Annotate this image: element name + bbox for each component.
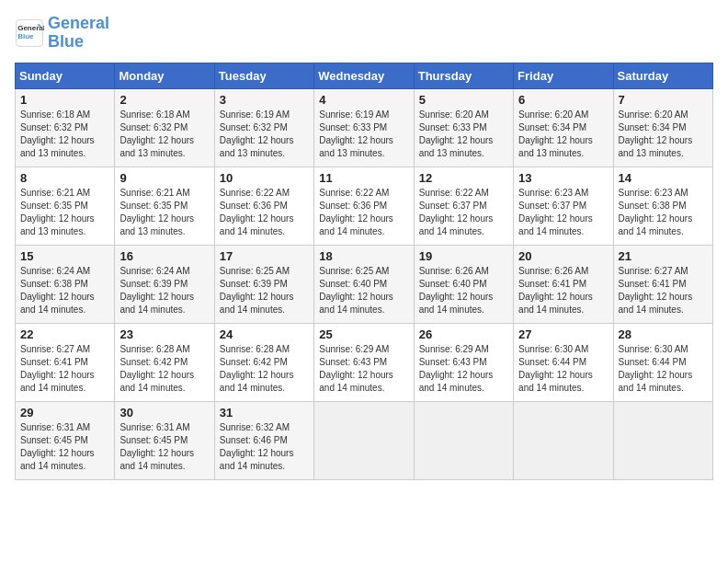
day-number: 17 (220, 249, 309, 263)
day-number: 21 (619, 249, 708, 263)
calendar-cell: 9 Sunrise: 6:21 AM Sunset: 6:35 PM Dayli… (115, 167, 214, 245)
day-info: Sunrise: 6:22 AM Sunset: 6:37 PM Dayligh… (419, 187, 508, 238)
calendar-cell: 24 Sunrise: 6:28 AM Sunset: 6:42 PM Dayl… (214, 323, 313, 401)
day-number: 22 (20, 327, 109, 341)
calendar-cell: 12 Sunrise: 6:22 AM Sunset: 6:37 PM Dayl… (414, 167, 513, 245)
day-info: Sunrise: 6:22 AM Sunset: 6:36 PM Dayligh… (220, 187, 309, 238)
day-number: 6 (518, 93, 608, 107)
day-info: Sunrise: 6:30 AM Sunset: 6:44 PM Dayligh… (518, 343, 608, 395)
calendar-cell: 31 Sunrise: 6:32 AM Sunset: 6:46 PM Dayl… (214, 401, 313, 479)
day-number: 12 (419, 171, 508, 185)
calendar-cell: 4 Sunrise: 6:19 AM Sunset: 6:33 PM Dayli… (314, 88, 414, 167)
day-info: Sunrise: 6:24 AM Sunset: 6:38 PM Dayligh… (20, 265, 109, 316)
header-thursday: Thursday (414, 63, 513, 88)
day-number: 13 (518, 171, 608, 185)
day-number: 23 (119, 327, 209, 341)
calendar-cell: 16 Sunrise: 6:24 AM Sunset: 6:39 PM Dayl… (115, 245, 214, 323)
calendar-cell: 27 Sunrise: 6:30 AM Sunset: 6:44 PM Dayl… (514, 323, 613, 401)
header-sunday: Sunday (16, 63, 115, 88)
day-number: 27 (518, 327, 608, 341)
day-info: Sunrise: 6:30 AM Sunset: 6:44 PM Dayligh… (619, 343, 708, 395)
day-number: 2 (119, 93, 209, 107)
day-info: Sunrise: 6:20 AM Sunset: 6:34 PM Dayligh… (518, 109, 608, 160)
day-info: Sunrise: 6:21 AM Sunset: 6:35 PM Dayligh… (119, 187, 209, 238)
day-info: Sunrise: 6:22 AM Sunset: 6:36 PM Dayligh… (319, 187, 408, 238)
calendar-cell (514, 401, 613, 479)
calendar-cell: 22 Sunrise: 6:27 AM Sunset: 6:41 PM Dayl… (16, 323, 115, 401)
day-info: Sunrise: 6:18 AM Sunset: 6:32 PM Dayligh… (20, 109, 109, 160)
calendar-cell: 17 Sunrise: 6:25 AM Sunset: 6:39 PM Dayl… (214, 245, 313, 323)
calendar-cell: 25 Sunrise: 6:29 AM Sunset: 6:43 PM Dayl… (314, 323, 414, 401)
day-number: 1 (20, 93, 109, 107)
calendar-cell: 7 Sunrise: 6:20 AM Sunset: 6:34 PM Dayli… (613, 88, 712, 167)
calendar-row: 29 Sunrise: 6:31 AM Sunset: 6:45 PM Dayl… (16, 401, 713, 479)
day-info: Sunrise: 6:20 AM Sunset: 6:33 PM Dayligh… (419, 109, 508, 160)
calendar-cell: 2 Sunrise: 6:18 AM Sunset: 6:32 PM Dayli… (115, 88, 214, 167)
calendar-row: 15 Sunrise: 6:24 AM Sunset: 6:38 PM Dayl… (16, 245, 713, 323)
day-info: Sunrise: 6:19 AM Sunset: 6:33 PM Dayligh… (319, 109, 408, 160)
day-info: Sunrise: 6:27 AM Sunset: 6:41 PM Dayligh… (619, 265, 708, 316)
day-info: Sunrise: 6:32 AM Sunset: 6:46 PM Dayligh… (220, 421, 309, 473)
header-saturday: Saturday (613, 63, 712, 88)
calendar-cell: 23 Sunrise: 6:28 AM Sunset: 6:42 PM Dayl… (115, 323, 214, 401)
calendar-cell: 10 Sunrise: 6:22 AM Sunset: 6:36 PM Dayl… (214, 167, 313, 245)
calendar-cell: 15 Sunrise: 6:24 AM Sunset: 6:38 PM Dayl… (16, 245, 115, 323)
calendar-cell: 8 Sunrise: 6:21 AM Sunset: 6:35 PM Dayli… (16, 167, 115, 245)
logo-icon: General Blue (15, 18, 44, 48)
day-info: Sunrise: 6:24 AM Sunset: 6:39 PM Dayligh… (119, 265, 209, 316)
day-info: Sunrise: 6:20 AM Sunset: 6:34 PM Dayligh… (619, 109, 708, 160)
calendar-row: 1 Sunrise: 6:18 AM Sunset: 6:32 PM Dayli… (16, 88, 713, 167)
day-number: 8 (20, 171, 109, 185)
day-number: 4 (319, 93, 408, 107)
day-number: 3 (220, 93, 309, 107)
day-info: Sunrise: 6:25 AM Sunset: 6:39 PM Dayligh… (220, 265, 309, 316)
logo-text-line2: Blue (48, 33, 109, 52)
calendar-row: 8 Sunrise: 6:21 AM Sunset: 6:35 PM Dayli… (16, 167, 713, 245)
day-info: Sunrise: 6:26 AM Sunset: 6:41 PM Dayligh… (518, 265, 608, 316)
calendar-cell: 29 Sunrise: 6:31 AM Sunset: 6:45 PM Dayl… (16, 401, 115, 479)
calendar-cell: 28 Sunrise: 6:30 AM Sunset: 6:44 PM Dayl… (613, 323, 712, 401)
calendar-cell: 5 Sunrise: 6:20 AM Sunset: 6:33 PM Dayli… (414, 88, 513, 167)
day-number: 5 (419, 93, 508, 107)
page-header: General Blue General Blue (15, 15, 713, 52)
day-number: 11 (319, 171, 408, 185)
day-info: Sunrise: 6:31 AM Sunset: 6:45 PM Dayligh… (119, 421, 209, 473)
calendar-cell: 11 Sunrise: 6:22 AM Sunset: 6:36 PM Dayl… (314, 167, 414, 245)
day-info: Sunrise: 6:29 AM Sunset: 6:43 PM Dayligh… (419, 343, 508, 395)
calendar-cell: 20 Sunrise: 6:26 AM Sunset: 6:41 PM Dayl… (514, 245, 613, 323)
header-tuesday: Tuesday (214, 63, 313, 88)
header-friday: Friday (514, 63, 613, 88)
day-info: Sunrise: 6:21 AM Sunset: 6:35 PM Dayligh… (20, 187, 109, 238)
svg-text:Blue: Blue (17, 32, 34, 40)
day-number: 16 (119, 249, 209, 263)
day-info: Sunrise: 6:28 AM Sunset: 6:42 PM Dayligh… (119, 343, 209, 395)
day-number: 9 (119, 171, 209, 185)
day-info: Sunrise: 6:26 AM Sunset: 6:40 PM Dayligh… (419, 265, 508, 316)
calendar-table: Sunday Monday Tuesday Wednesday Thursday… (15, 63, 713, 480)
day-number: 25 (319, 327, 408, 341)
day-info: Sunrise: 6:31 AM Sunset: 6:45 PM Dayligh… (20, 421, 109, 473)
day-info: Sunrise: 6:28 AM Sunset: 6:42 PM Dayligh… (220, 343, 309, 395)
calendar-cell: 3 Sunrise: 6:19 AM Sunset: 6:32 PM Dayli… (214, 88, 313, 167)
day-number: 31 (220, 406, 309, 419)
calendar-cell: 6 Sunrise: 6:20 AM Sunset: 6:34 PM Dayli… (514, 88, 613, 167)
day-info: Sunrise: 6:27 AM Sunset: 6:41 PM Dayligh… (20, 343, 109, 395)
header-row: Sunday Monday Tuesday Wednesday Thursday… (16, 63, 713, 88)
calendar-row: 22 Sunrise: 6:27 AM Sunset: 6:41 PM Dayl… (16, 323, 713, 401)
day-number: 10 (220, 171, 309, 185)
day-info: Sunrise: 6:23 AM Sunset: 6:37 PM Dayligh… (518, 187, 608, 238)
day-number: 28 (619, 327, 708, 341)
calendar-cell: 18 Sunrise: 6:25 AM Sunset: 6:40 PM Dayl… (314, 245, 414, 323)
day-info: Sunrise: 6:18 AM Sunset: 6:32 PM Dayligh… (119, 109, 209, 160)
day-number: 7 (619, 93, 708, 107)
header-monday: Monday (115, 63, 214, 88)
logo-text-line1: General (48, 15, 109, 33)
calendar-cell: 30 Sunrise: 6:31 AM Sunset: 6:45 PM Dayl… (115, 401, 214, 479)
calendar-cell: 19 Sunrise: 6:26 AM Sunset: 6:40 PM Dayl… (414, 245, 513, 323)
calendar-cell (613, 401, 712, 479)
day-info: Sunrise: 6:23 AM Sunset: 6:38 PM Dayligh… (619, 187, 708, 238)
calendar-cell (414, 401, 513, 479)
logo: General Blue General Blue (15, 15, 109, 52)
day-info: Sunrise: 6:29 AM Sunset: 6:43 PM Dayligh… (319, 343, 408, 395)
day-info: Sunrise: 6:19 AM Sunset: 6:32 PM Dayligh… (220, 109, 309, 160)
